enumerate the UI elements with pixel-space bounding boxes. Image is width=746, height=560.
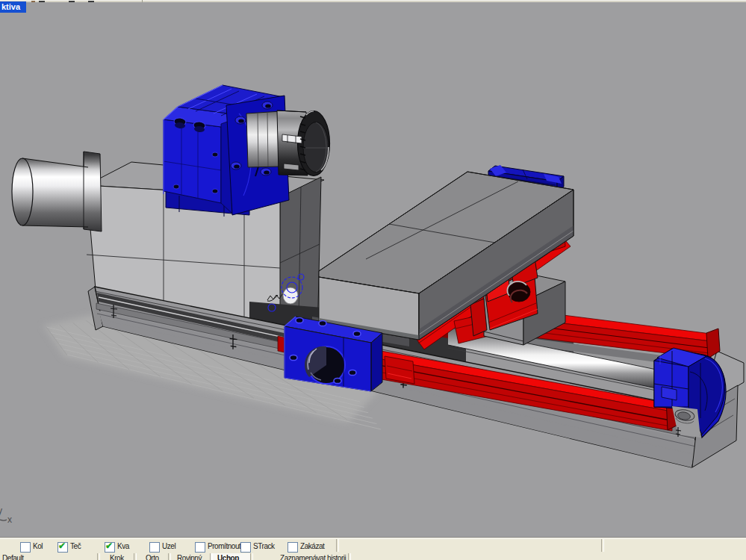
svg-text:x: x — [7, 514, 12, 525]
svg-text:y: y — [0, 505, 2, 516]
